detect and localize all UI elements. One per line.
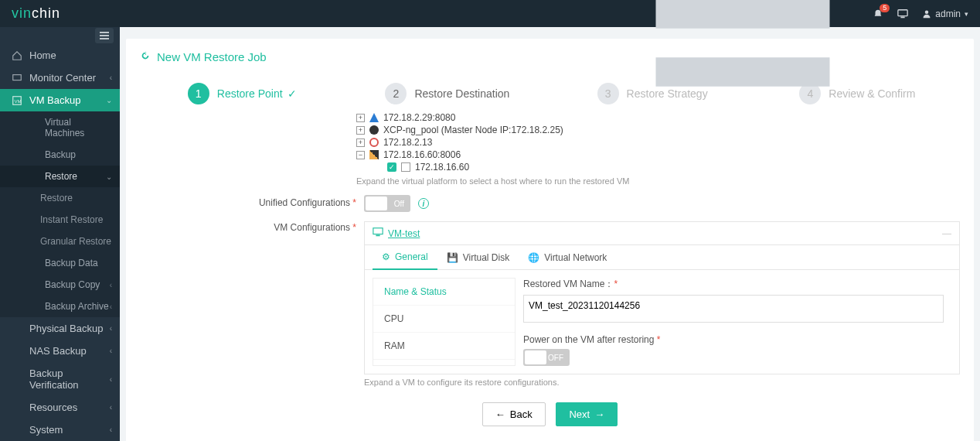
side-cpu[interactable]: CPU [373,306,515,333]
sidebar-item-system[interactable]: System‹ [0,419,120,441]
sidebar-item-restore[interactable]: Restore⌄ [0,166,120,187]
disk-icon: 💾 [447,252,458,263]
sidebar-item-backup-archive[interactable]: Backup Archive‹ [0,296,120,317]
platform-icon [369,138,379,147]
power-label: Power on the VM after restoring * [523,334,944,345]
sidebar-item-backup-data[interactable]: Backup Data [0,252,120,274]
globe-icon: 🌐 [528,252,539,263]
svg-rect-3 [898,9,907,15]
wizard-step-1[interactable]: 1Restore Point ✓ [140,79,345,108]
sidebar-item-granular-restore[interactable]: Granular Restore [0,231,120,252]
sidebar-item-virtual-machines[interactable]: Virtual Machines [0,111,120,144]
unified-config-toggle[interactable]: Off [364,195,410,212]
arrow-right-icon: → [594,409,604,420]
tree-node-host[interactable]: ✓172.18.16.60 [356,161,960,173]
expand-icon[interactable]: + [356,126,365,135]
svg-rect-4 [901,16,905,18]
brand-logo: vinchin [12,5,60,22]
sidebar-item-physical-backup[interactable]: Physical Backup‹ [0,317,120,340]
sidebar-item-vm-backup[interactable]: VMVM Backup⌄ [0,89,120,111]
sliders-icon: ⚙ [382,251,390,262]
monitor-icon[interactable] [897,9,908,19]
vm-form: Restored VM Name：* Power on the VM after… [516,278,951,366]
vm-side-nav: Name & Status CPU RAM [373,278,516,366]
sidebar-item-resources[interactable]: Resources‹ [0,396,120,419]
tab-virtual-network[interactable]: 🌐Virtual Network [519,245,616,269]
tree-node[interactable]: +172.18.2.13 [356,136,960,149]
svg-rect-2 [656,57,830,87]
sidebar: Home Monitor Center‹ VMVM Backup⌄ Virtua… [0,27,120,441]
notification-badge: 5 [880,4,890,12]
wizard-actions: ←Back Next→ [140,402,960,426]
user-name: admin [935,9,961,19]
restored-vm-name-input[interactable] [523,295,944,323]
sidebar-collapse-button[interactable] [95,28,114,43]
arrow-left-icon: ← [495,409,505,420]
tab-virtual-disk[interactable]: 💾Virtual Disk [437,245,519,269]
collapse-icon[interactable]: — [942,228,951,239]
side-ram[interactable]: RAM [373,333,515,360]
user-menu[interactable]: admin ▾ [922,9,968,19]
power-on-toggle[interactable]: OFF [523,349,570,366]
back-button[interactable]: ←Back [482,402,546,426]
tree-hint: Expand the virtual platform to select a … [356,176,960,186]
bell-icon[interactable]: 5 [873,9,883,19]
expand-icon[interactable]: + [356,114,365,122]
tree-node[interactable]: −172.18.16.60:8006 [356,149,960,161]
platform-icon [369,150,379,159]
vm-config-panel: VM-test — ⚙General 💾Virtual Disk 🌐Virtua… [364,221,960,374]
svg-rect-6 [13,74,22,80]
check-icon: ✓ [285,87,298,100]
sidebar-item-restore-sub[interactable]: Restore [0,187,120,209]
sidebar-item-monitor[interactable]: Monitor Center‹ [0,67,120,89]
vm-tabs: ⚙General 💾Virtual Disk 🌐Virtual Network [365,245,959,270]
sidebar-item-instant-restore[interactable]: Instant Restore [0,209,120,231]
sidebar-item-backup-verification[interactable]: Backup Verification‹ [0,362,120,396]
side-name-status[interactable]: Name & Status [373,279,515,306]
vm-panel-header[interactable]: VM-test — [365,222,959,245]
menu-icon[interactable] [627,0,859,130]
next-button[interactable]: Next→ [556,402,618,426]
wizard-step-2[interactable]: 2Restore Destination [345,79,550,108]
monitor-icon [373,227,383,240]
info-icon[interactable]: i [418,198,429,209]
svg-text:VM: VM [15,97,22,103]
host-icon [401,162,410,172]
collapse-icon[interactable]: − [356,151,365,159]
refresh-icon [140,50,151,63]
platform-icon [369,113,379,122]
vm-hint: Expand a VM to configure its restore con… [364,378,960,387]
svg-rect-1 [656,0,830,28]
sidebar-item-backup-copy[interactable]: Backup Copy‹ [0,274,120,296]
tab-general[interactable]: ⚙General [373,245,437,270]
restored-name-label: Restored VM Name：* [523,278,944,291]
platform-icon [369,125,379,135]
topbar: vinchin 5 admin ▾ [0,0,980,27]
checkbox-checked-icon[interactable]: ✓ [387,162,396,172]
svg-point-5 [925,10,929,14]
svg-rect-9 [373,228,383,234]
svg-rect-10 [376,235,379,237]
sidebar-item-backup[interactable]: Backup [0,144,120,166]
sidebar-item-nas-backup[interactable]: NAS Backup‹ [0,340,120,362]
sidebar-submenu-vmbackup: Virtual Machines Backup Restore⌄ Restore… [0,111,120,317]
expand-icon[interactable]: + [356,138,365,147]
sidebar-item-home[interactable]: Home [0,44,120,67]
